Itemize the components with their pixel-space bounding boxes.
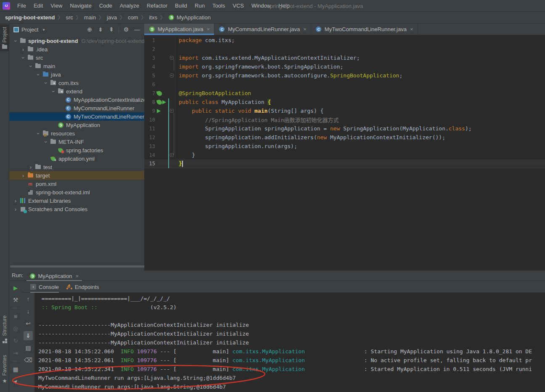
print-icon[interactable]: ▤ <box>24 343 33 352</box>
menu-build[interactable]: Build <box>171 0 191 12</box>
breadcrumb-item[interactable]: src <box>65 14 74 21</box>
tree-toggle[interactable]: › <box>27 63 34 69</box>
fold-marker-icon[interactable]: − <box>170 109 174 113</box>
view-tab-console[interactable]: ›Console <box>30 281 59 293</box>
tree-item-target[interactable]: ›target <box>9 171 144 180</box>
tree-toggle[interactable]: › <box>19 46 27 53</box>
sidebar-item-structure[interactable]: Structure <box>0 313 9 346</box>
code-token <box>179 108 192 114</box>
tree-item-label: test <box>43 164 52 170</box>
menu-tools[interactable]: Tools <box>209 0 229 12</box>
tree-toggle[interactable]: › <box>50 88 57 95</box>
tree-item-spring-factories[interactable]: ✱spring.factories <box>9 146 144 154</box>
expand-all-icon[interactable]: ⇟ <box>96 25 105 34</box>
locate-icon[interactable]: ⊕ <box>85 25 94 34</box>
menu-refactor[interactable]: Refactor <box>143 0 171 12</box>
close-icon[interactable]: × <box>75 273 79 279</box>
menu-run[interactable]: Run <box>191 0 209 12</box>
tree-item-resources[interactable]: ›resources <box>9 129 144 138</box>
breadcrumb-item[interactable]: spring-boot-extend <box>4 14 56 21</box>
tree-item-scratches-and-consoles[interactable]: ›Scratches and Consoles <box>9 205 144 213</box>
view-tab-endpoints[interactable]: Endpoints <box>66 281 99 293</box>
scrollbar-thumb[interactable] <box>10 265 144 268</box>
tree-item-myapplication[interactable]: SMyApplication <box>9 121 144 129</box>
breadcrumb-item[interactable]: main <box>83 14 97 21</box>
close-icon[interactable]: × <box>206 26 210 32</box>
tree-item-main[interactable]: ›main <box>9 62 144 70</box>
tree-toggle[interactable]: › <box>19 55 27 61</box>
tree-toggle[interactable]: › <box>12 38 19 44</box>
tree-item-myapplicationcontextinitializer[interactable]: CMyApplicationContextInitializer <box>9 95 144 104</box>
tree-item--idea[interactable]: ›.idea <box>9 45 144 53</box>
hide-icon[interactable]: — <box>132 25 142 34</box>
tree-item-spring-boot-extend-iml[interactable]: spring-boot-extend.iml <box>9 188 144 196</box>
tree-toggle[interactable]: › <box>42 80 50 86</box>
sidebar-item-favorites[interactable]: Favorites★ <box>0 352 9 386</box>
layout-icon[interactable]: ▦ <box>11 365 20 374</box>
breadcrumb-item[interactable]: java <box>106 14 118 21</box>
run-configuration-tab[interactable]: S MyApplication × <box>26 270 82 281</box>
tree-item-mytwocommandlinerunner[interactable]: CMyTwoCommandLineRunner <box>9 112 144 121</box>
softwrap-icon[interactable]: ↩ <box>24 319 33 328</box>
scroll-end-icon[interactable]: ⇓ <box>24 331 33 340</box>
tree-toggle[interactable]: › <box>34 72 42 78</box>
sidebar-item-project[interactable]: Project <box>0 24 9 51</box>
spring-bean-icon[interactable] <box>156 99 163 105</box>
tree-item-pom-xml[interactable]: mpom.xml <box>9 180 144 188</box>
editor-tab-mycommandlinerunner.java[interactable]: CMyCommandLineRunner.java× <box>214 24 311 35</box>
menu-code[interactable]: Code <box>95 0 116 12</box>
wrench-icon[interactable]: ⚒ <box>11 295 20 305</box>
tree-toggle[interactable]: › <box>12 206 19 212</box>
tree-item-src[interactable]: ›src <box>9 53 144 62</box>
menu-edit[interactable]: Edit <box>30 0 47 12</box>
tree-toggle[interactable]: › <box>42 139 50 145</box>
fold-marker-icon[interactable]: − <box>170 74 174 77</box>
menu-vcs[interactable]: VCS <box>229 0 248 12</box>
menu-view[interactable]: View <box>47 0 66 12</box>
menu-file[interactable]: File <box>13 0 30 12</box>
tree-item-application-yml[interactable]: ✦application.yml <box>9 154 144 163</box>
settings-icon[interactable]: ⚙ <box>122 25 131 34</box>
stop-icon[interactable]: ■ <box>11 312 20 321</box>
close-icon[interactable]: × <box>410 26 413 32</box>
breadcrumb-item[interactable]: com <box>127 14 139 21</box>
tree-item-spring-boot-extend[interactable]: ›spring-boot-extendG:\dev\spring-boot-ex… <box>9 37 144 45</box>
fold-marker-icon[interactable]: − <box>170 56 174 60</box>
menu-analyze[interactable]: Analyze <box>116 0 143 12</box>
down-icon[interactable]: ↓ <box>24 307 33 316</box>
tree-item-java[interactable]: ›java <box>9 70 144 79</box>
code-area[interactable]: 1package com.itxs;23−import com.itxs.ext… <box>144 36 545 270</box>
tree-item-mycommandlinerunner[interactable]: CMyCommandLineRunner <box>9 104 144 112</box>
line-number: 4 <box>144 64 155 70</box>
tree-item-test[interactable]: ›test <box>9 163 144 171</box>
breadcrumb-item[interactable]: SMyApplication <box>167 14 212 21</box>
editor-tab-myapplication.java[interactable]: SMyApplication.java× <box>144 24 214 35</box>
pin-icon[interactable]: ➤ <box>11 377 20 386</box>
rerun-icon[interactable]: ▶ <box>11 283 20 292</box>
tree-item-meta-inf[interactable]: ›META-INF <box>9 138 144 146</box>
console-output[interactable]: =========|_|==============|___/=/_/_/_/ … <box>34 293 545 392</box>
menu-navigate[interactable]: Navigate <box>66 0 95 12</box>
tree-item-extend[interactable]: ›extend <box>9 87 144 95</box>
tree-toggle[interactable]: › <box>19 172 27 179</box>
tree-toggle[interactable]: › <box>34 130 42 137</box>
run-gutter-icon[interactable] <box>157 109 161 113</box>
collapse-all-icon[interactable]: ⇞ <box>107 25 116 34</box>
breadcrumb-item[interactable]: itxs <box>148 14 158 21</box>
breadcrumb-label: src <box>66 14 73 21</box>
camera-icon[interactable]: ◎ <box>11 324 20 333</box>
project-view-selector[interactable]: Project ▾ <box>13 26 45 33</box>
editor-tab-mytwocommandlinerunner.java[interactable]: CMyTwoCommandLineRunner.java× <box>311 24 418 35</box>
tree-toggle[interactable]: › <box>12 198 19 204</box>
tree-item-external-libraries[interactable]: ›External Libraries <box>9 196 144 205</box>
fold-marker-icon[interactable]: − <box>170 153 174 157</box>
tree-item-com-itxs[interactable]: ›com.itxs <box>9 79 144 87</box>
spring-bean-icon[interactable] <box>156 90 163 96</box>
tree-toggle[interactable]: › <box>27 164 34 170</box>
run-gutter-icon[interactable] <box>162 100 166 104</box>
exit-icon[interactable]: ⇥ <box>11 348 20 358</box>
up-icon[interactable]: ↑ <box>24 294 33 304</box>
restart-debug-icon[interactable]: ↻ <box>11 336 20 345</box>
close-icon[interactable]: × <box>303 26 307 32</box>
clear-icon[interactable]: ⌫ <box>24 355 33 365</box>
